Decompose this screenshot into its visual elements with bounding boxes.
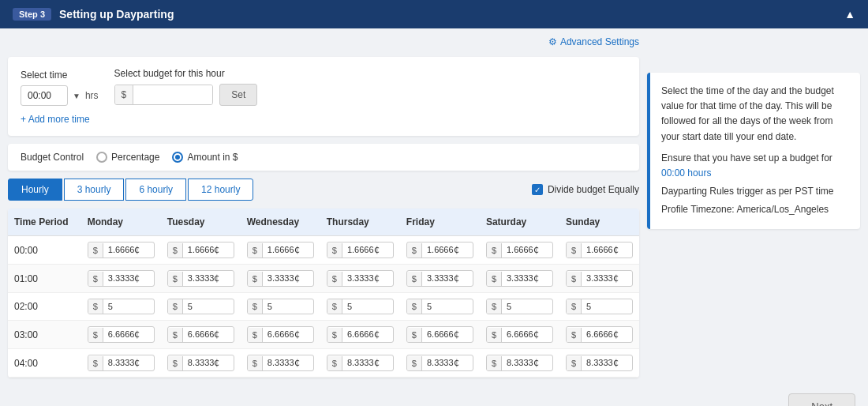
cell-value-text: 8.3333₵ — [342, 355, 386, 370]
cell-dollar-icon: $ — [168, 299, 183, 314]
cell-input-wrapper: $ 1.6666₵ — [486, 242, 553, 258]
cell-value-text: 1.6666₵ — [422, 242, 466, 258]
dollar-prefix-icon: $ — [115, 85, 134, 104]
col-time-period: Time Period — [8, 209, 81, 236]
right-panel: Select the time of the day and the budge… — [647, 36, 860, 378]
cell-value-text: 5 — [342, 299, 386, 314]
value-cell[interactable]: $ 3.3333₵ — [241, 265, 320, 293]
value-cell[interactable]: $ 5 — [480, 293, 559, 321]
value-cell[interactable]: $ 5 — [161, 293, 241, 321]
value-cell[interactable]: $ 8.3333₵ — [559, 349, 639, 378]
add-more-time-button[interactable]: + Add more time — [21, 114, 90, 125]
set-button[interactable]: Set — [219, 84, 257, 106]
cell-value-text: 8.3333₵ — [103, 355, 147, 370]
cell-input-wrapper: $ 3.3333₵ — [566, 270, 633, 287]
value-cell[interactable]: $ 6.6666₵ — [320, 321, 400, 349]
value-cell[interactable]: $ 8.3333₵ — [241, 349, 320, 378]
advanced-settings-button[interactable]: ⚙ Advanced Settings — [548, 36, 639, 47]
value-cell[interactable]: $ 1.6666₵ — [400, 236, 480, 265]
divide-budget-checkbox[interactable]: ✓ — [532, 184, 543, 195]
tab-12hourly[interactable]: 12 hourly — [188, 179, 253, 201]
value-cell[interactable]: $ 5 — [81, 293, 161, 321]
cell-dollar-icon: $ — [407, 356, 422, 370]
cell-input-wrapper: $ 8.3333₵ — [486, 355, 553, 371]
col-saturday: Saturday — [480, 209, 559, 236]
advanced-settings-label: Advanced Settings — [560, 36, 639, 47]
table-wrapper: Time Period Monday Tuesday Wednesday Thu… — [8, 209, 639, 378]
value-cell[interactable]: $ 6.6666₵ — [480, 321, 559, 349]
data-table: Time Period Monday Tuesday Wednesday Thu… — [8, 209, 639, 378]
cell-value-text: 8.3333₵ — [263, 355, 306, 370]
table-row: 03:00 $ 6.6666₵ $ 6.6666₵ $ 6.6666₵ $ 6.… — [8, 321, 639, 349]
cell-input-wrapper: $ 5 — [88, 299, 155, 314]
table-container[interactable]: Time Period Monday Tuesday Wednesday Thu… — [8, 209, 639, 378]
col-wednesday: Wednesday — [241, 209, 320, 236]
value-cell[interactable]: $ 5 — [241, 293, 320, 321]
cell-input-wrapper: $ 6.6666₵ — [247, 326, 314, 343]
value-cell[interactable]: $ 8.3333₵ — [320, 349, 400, 378]
value-cell[interactable]: $ 5 — [400, 293, 480, 321]
value-cell[interactable]: $ 6.6666₵ — [161, 321, 241, 349]
header-chevron-icon[interactable]: ▲ — [844, 8, 855, 21]
value-cell[interactable]: $ 1.6666₵ — [480, 236, 559, 265]
budget-input[interactable] — [133, 85, 212, 104]
value-cell[interactable]: $ 1.6666₵ — [559, 236, 639, 265]
budget-control-label: Budget Control — [21, 152, 84, 163]
cell-dollar-icon: $ — [88, 356, 103, 370]
header: Step 3 Setting up Dayparting ▲ — [0, 0, 868, 28]
next-button[interactable]: Next — [788, 393, 855, 406]
cell-dollar-icon: $ — [567, 299, 582, 314]
value-cell[interactable]: $ 3.3333₵ — [480, 265, 559, 293]
cell-value-text: 5 — [422, 299, 466, 314]
value-cell[interactable]: $ 6.6666₵ — [81, 321, 161, 349]
col-tuesday: Tuesday — [161, 209, 241, 236]
tab-3hourly[interactable]: 3 hourly — [64, 179, 125, 201]
table-body: 00:00 $ 1.6666₵ $ 1.6666₵ $ 1.6666₵ $ 1.… — [8, 236, 639, 378]
select-time-label: Select time — [21, 70, 99, 81]
cell-value-text: 3.3333₵ — [502, 271, 545, 286]
value-cell[interactable]: $ 5 — [559, 293, 639, 321]
amount-label: Amount in $ — [187, 152, 238, 163]
cell-input-wrapper: $ 5 — [327, 299, 394, 314]
cell-input-wrapper: $ 8.3333₵ — [247, 355, 314, 371]
table-row: 00:00 $ 1.6666₵ $ 1.6666₵ $ 1.6666₵ $ 1.… — [8, 236, 639, 265]
value-cell[interactable]: $ 3.3333₵ — [559, 265, 639, 293]
time-cell: 01:00 — [8, 265, 81, 293]
value-cell[interactable]: $ 8.3333₵ — [400, 349, 480, 378]
time-budget-row: Select time ▼ hrs Select budget for this… — [21, 68, 627, 106]
cell-input-wrapper: $ 6.6666₵ — [88, 326, 155, 343]
info-card: Select the time of the day and the budge… — [647, 73, 860, 229]
cell-dollar-icon: $ — [248, 328, 263, 342]
value-cell[interactable]: $ 8.3333₵ — [161, 349, 241, 378]
tab-hourly[interactable]: Hourly — [8, 179, 62, 201]
value-cell[interactable]: $ 8.3333₵ — [81, 349, 161, 378]
value-cell[interactable]: $ 3.3333₵ — [400, 265, 480, 293]
cell-dollar-icon: $ — [487, 356, 502, 370]
cell-input-wrapper: $ 6.6666₵ — [167, 326, 234, 343]
cell-value-text: 6.6666₵ — [263, 327, 306, 342]
value-cell[interactable]: $ 6.6666₵ — [559, 321, 639, 349]
value-cell[interactable]: $ 3.3333₵ — [320, 265, 400, 293]
amount-radio-option[interactable]: Amount in $ — [172, 152, 238, 163]
value-cell[interactable]: $ 1.6666₵ — [320, 236, 400, 265]
time-input[interactable] — [21, 85, 68, 106]
value-cell[interactable]: $ 6.6666₵ — [400, 321, 480, 349]
divide-budget-label: ✓ Divide budget Equally — [532, 184, 639, 195]
cell-value-text: 5 — [263, 299, 306, 314]
value-cell[interactable]: $ 8.3333₵ — [480, 349, 559, 378]
value-cell[interactable]: $ 1.6666₵ — [161, 236, 241, 265]
percentage-radio-option[interactable]: Percentage — [96, 152, 159, 163]
cell-input-wrapper: $ 5 — [406, 299, 473, 314]
value-cell[interactable]: $ 6.6666₵ — [241, 321, 320, 349]
select-budget-label: Select budget for this hour — [114, 68, 258, 79]
amount-radio-circle — [172, 152, 183, 163]
gear-icon: ⚙ — [548, 36, 557, 47]
tab-6hourly[interactable]: 6 hourly — [125, 179, 186, 201]
cell-input-wrapper: $ 5 — [167, 299, 234, 314]
value-cell[interactable]: $ 1.6666₵ — [241, 236, 320, 265]
value-cell[interactable]: $ 5 — [320, 293, 400, 321]
value-cell[interactable]: $ 3.3333₵ — [161, 265, 241, 293]
value-cell[interactable]: $ 3.3333₵ — [81, 265, 161, 293]
time-chevron-icon[interactable]: ▼ — [73, 92, 80, 100]
value-cell[interactable]: $ 1.6666₵ — [81, 236, 161, 265]
